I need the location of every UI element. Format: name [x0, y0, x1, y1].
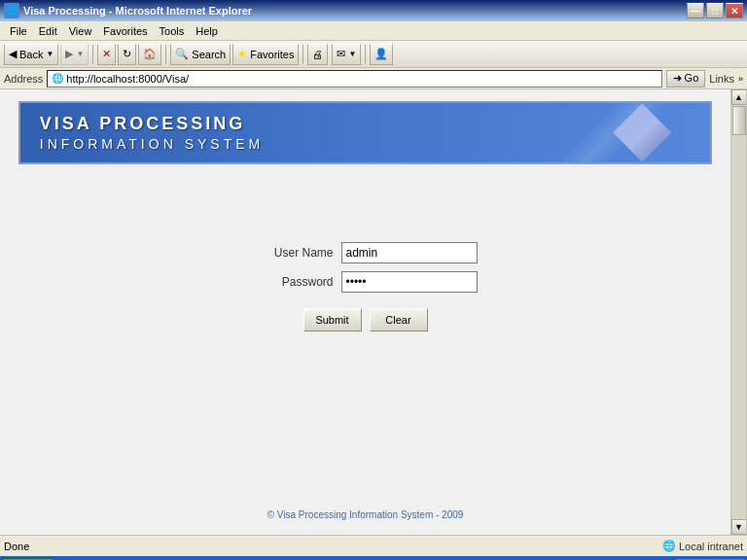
go-label: Go	[685, 72, 699, 84]
taskbar: ⊞ start 📁 bin 🐱 Tomcat 🌐 Visa Processing…	[0, 556, 747, 560]
window-icon: 🌐	[4, 3, 19, 18]
password-label: Password	[254, 275, 341, 289]
browser-content: Visa Processing Information System User …	[0, 89, 747, 535]
header-title-line1: Visa Processing	[40, 114, 264, 134]
scroll-up-button[interactable]: ▲	[731, 89, 747, 105]
zone-icon: 🌐	[662, 540, 676, 552]
address-input[interactable]: 🌐 http://localhost:8000/Visa/	[47, 70, 661, 88]
favorites-label: Favorites	[250, 49, 294, 60]
menu-edit[interactable]: Edit	[33, 23, 63, 39]
window-title: Visa Processing - Microsoft Internet Exp…	[23, 5, 252, 17]
menu-bar: File Edit View Favorites Tools Help	[0, 21, 747, 41]
minimize-button[interactable]: —	[687, 3, 704, 18]
user-button[interactable]: 👤	[370, 44, 393, 65]
page-icon: 🌐	[52, 73, 63, 84]
username-row: User Name	[254, 242, 478, 263]
separator-3	[302, 45, 303, 64]
forward-button[interactable]: ▶ ▼	[60, 44, 89, 65]
zone-label: Local intranet	[679, 541, 743, 552]
search-icon: 🔍	[175, 48, 189, 60]
search-label: Search	[192, 49, 226, 60]
page-footer: © Visa Processing Information System - 2…	[0, 509, 738, 520]
refresh-icon: ↻	[123, 48, 131, 60]
page-content: Visa Processing Information System User …	[0, 89, 730, 535]
menu-help[interactable]: Help	[190, 23, 224, 39]
submit-button[interactable]: Submit	[303, 308, 362, 332]
forward-arrow-icon: ▶	[65, 48, 73, 60]
vertical-scrollbar[interactable]: ▲ ▼	[730, 89, 746, 535]
go-button[interactable]: ➜ Go	[666, 70, 706, 88]
links-expand-icon[interactable]: »	[738, 74, 743, 84]
print-button[interactable]: 🖨	[307, 44, 328, 65]
form-buttons: Submit Clear	[303, 308, 428, 332]
header-diamond-decoration	[613, 104, 671, 162]
refresh-button[interactable]: ↻	[118, 44, 136, 65]
back-label: Back	[19, 49, 43, 60]
menu-view[interactable]: View	[63, 23, 98, 39]
back-arrow-icon: ◀	[9, 48, 17, 60]
menu-favorites[interactable]: Favorites	[97, 23, 153, 39]
security-zone: 🌐 Local intranet	[662, 540, 743, 552]
scroll-track[interactable]	[731, 105, 747, 519]
status-text: Done	[4, 541, 29, 552]
close-button[interactable]: ✕	[726, 3, 743, 18]
title-bar: 🌐 Visa Processing - Microsoft Internet E…	[0, 0, 747, 21]
clear-button[interactable]: Clear	[370, 308, 428, 332]
menu-tools[interactable]: Tools	[154, 23, 191, 39]
menu-file[interactable]: File	[4, 23, 33, 39]
go-arrow-icon: ➜	[673, 72, 682, 84]
search-button[interactable]: 🔍 Search	[170, 44, 231, 65]
mail-icon: ✉	[337, 48, 345, 60]
home-icon: 🏠	[143, 48, 157, 60]
login-form: User Name Password Submit Clear	[254, 242, 478, 332]
separator-4	[365, 45, 366, 64]
print-icon: 🖨	[312, 49, 323, 60]
favorites-button[interactable]: ★ Favorites	[232, 44, 299, 65]
maximize-button[interactable]: □	[706, 3, 724, 18]
header-title: Visa Processing Information System	[40, 114, 264, 152]
page-header: Visa Processing Information System	[18, 101, 712, 164]
forward-chevron-icon: ▼	[76, 50, 84, 58]
stop-icon: ✕	[102, 48, 111, 60]
separator-1	[92, 45, 93, 64]
username-input[interactable]	[341, 242, 478, 263]
home-button[interactable]: 🏠	[138, 44, 161, 65]
address-label: Address	[4, 73, 43, 85]
stop-button[interactable]: ✕	[97, 44, 116, 65]
toolbar: ◀ Back ▼ ▶ ▼ ✕ ↻ 🏠 🔍 Search ★ Favorites …	[0, 41, 747, 68]
password-row: Password	[254, 271, 478, 293]
user-icon: 👤	[374, 48, 388, 60]
mail-button[interactable]: ✉ ▼	[332, 44, 361, 65]
scroll-thumb[interactable]	[732, 106, 746, 135]
back-button[interactable]: ◀ Back ▼	[4, 44, 58, 65]
address-bar: Address 🌐 http://localhost:8000/Visa/ ➜ …	[0, 68, 747, 89]
header-title-line2: Information System	[40, 136, 264, 152]
password-input[interactable]	[341, 271, 478, 293]
url-text: http://localhost:8000/Visa/	[66, 73, 189, 85]
username-label: User Name	[254, 246, 341, 260]
back-chevron-icon: ▼	[46, 50, 53, 58]
status-bar: Done 🌐 Local intranet	[0, 535, 747, 556]
mail-chevron-icon: ▼	[348, 50, 356, 58]
separator-2	[165, 45, 166, 64]
scroll-down-button[interactable]: ▼	[731, 519, 747, 535]
star-icon: ★	[237, 48, 247, 60]
copyright-text: © Visa Processing Information System - 2…	[267, 509, 464, 520]
links-label: Links	[709, 73, 734, 85]
